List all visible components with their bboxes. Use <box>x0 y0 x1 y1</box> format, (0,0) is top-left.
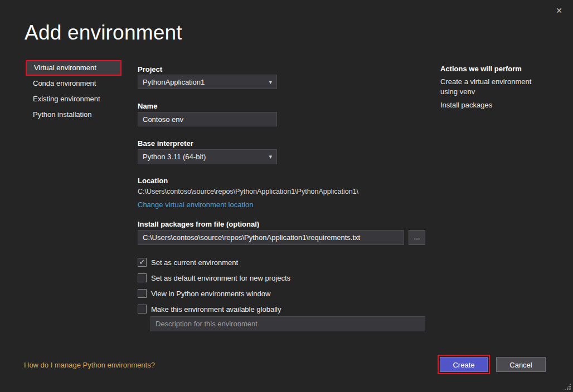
actions-panel-item: Create a virtual environment using venv <box>440 77 538 96</box>
name-field[interactable] <box>138 112 277 126</box>
change-location-link[interactable]: Change virtual environment location <box>138 200 253 209</box>
actions-panel-title: Actions we will perform <box>440 65 538 73</box>
install-packages-label: Install packages from file (optional) <box>138 220 259 228</box>
base-interpreter-dropdown[interactable]: Python 3.11 (64-bit) ▾ <box>138 149 277 164</box>
project-dropdown[interactable]: PythonApplication1 ▾ <box>138 75 277 89</box>
close-icon[interactable]: ✕ <box>553 4 565 17</box>
checkbox-label: View in Python environments window <box>151 290 270 298</box>
browse-button[interactable]: ... <box>409 230 425 245</box>
sidebar-item-virtual-environment[interactable]: Virtual environment <box>26 60 122 76</box>
base-interpreter-dropdown-value: Python 3.11 (64-bit) <box>143 153 206 161</box>
checkbox-unchecked-icon[interactable] <box>138 273 147 282</box>
checkbox-unchecked-icon[interactable] <box>138 289 147 298</box>
checkbox-make-environment-available-globally[interactable]: Make this environment available globally <box>138 305 281 313</box>
chevron-down-icon: ▾ <box>269 79 272 86</box>
actions-panel-item: Install packages <box>440 100 538 110</box>
checkbox-checked-icon[interactable]: ✓ <box>138 258 147 267</box>
checkbox-unchecked-icon[interactable] <box>138 305 147 313</box>
checkbox-label: Make this environment available globally <box>151 305 281 313</box>
location-label: Location <box>138 177 168 185</box>
actions-panel: Actions we will perform Create a virtual… <box>440 65 538 110</box>
sidebar-item-python-installation[interactable]: Python installation <box>26 107 122 122</box>
chevron-down-icon: ▾ <box>269 153 272 160</box>
checkbox-set-as-default-environment[interactable]: Set as default environment for new proje… <box>138 273 290 282</box>
checkbox-view-in-python-environments-window[interactable]: View in Python environments window <box>138 289 270 298</box>
page-title: Add environment <box>25 21 182 45</box>
requirements-file-field[interactable] <box>138 230 404 245</box>
description-field[interactable] <box>150 316 425 331</box>
sidebar-item-conda-environment[interactable]: Conda environment <box>26 76 122 91</box>
checkbox-set-as-current-environment[interactable]: ✓ Set as current environment <box>138 258 238 267</box>
name-label: Name <box>138 102 157 110</box>
manage-environments-help-link[interactable]: How do I manage Python environments? <box>24 361 155 369</box>
project-dropdown-value: PythonApplication1 <box>143 78 205 86</box>
base-interpreter-label: Base interpreter <box>138 139 193 148</box>
project-label: Project <box>138 65 162 74</box>
add-environment-dialog: ✕ Add environment Virtual environment Co… <box>0 0 573 392</box>
checkbox-label: Set as current environment <box>151 258 238 267</box>
sidebar-item-existing-environment[interactable]: Existing environment <box>26 91 122 107</box>
resize-grip-icon[interactable] <box>564 383 571 390</box>
checkbox-label: Set as default environment for new proje… <box>151 274 290 282</box>
location-path: C:\Users\contoso\source\repos\PythonAppl… <box>138 188 358 195</box>
cancel-button[interactable]: Cancel <box>496 357 546 372</box>
environment-type-list: Virtual environment Conda environment Ex… <box>26 60 123 122</box>
create-button[interactable]: Create <box>440 357 488 372</box>
